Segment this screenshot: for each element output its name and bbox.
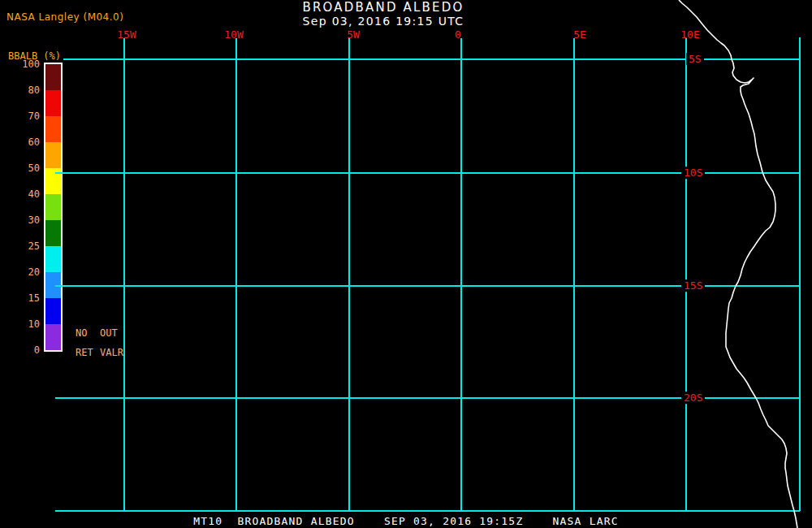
colorbar-tick-20: 20 xyxy=(0,266,40,278)
lon-label-5E: 5E xyxy=(573,28,586,41)
lat-label-5S: 5S xyxy=(686,53,704,65)
colorbar-tick-30: 30 xyxy=(0,214,40,226)
colorbar-tick-25: 25 xyxy=(0,240,40,252)
legend-text-no: NO xyxy=(76,327,87,339)
colorbar-tick-15: 15 xyxy=(0,292,40,304)
lat-label-15S: 15S xyxy=(681,279,705,292)
lon-label-5W: 5W xyxy=(347,28,360,41)
lat-label-20S: 20S xyxy=(681,392,705,404)
colorbar-tick-60: 60 xyxy=(0,136,40,148)
legend-text-valr: VALR xyxy=(100,347,123,358)
colorbar-tick-0: 0 xyxy=(0,344,40,356)
legend-text-ret: RET xyxy=(76,347,93,358)
africa-coastline xyxy=(679,0,797,528)
lon-label-15W: 15W xyxy=(117,28,136,41)
colorbar-tick-50: 50 xyxy=(0,162,40,174)
lon-label-10W: 10W xyxy=(224,28,243,41)
lon-label-10E: 10E xyxy=(680,28,699,41)
footer-caption: MT10 BROADBAND ALBEDO SEP 03, 2016 19:15… xyxy=(0,515,812,527)
lon-label-0: 0 xyxy=(455,28,461,41)
broadband-albedo-plot: NASA Langley (M04.0) BROADBAND ALBEDO Se… xyxy=(0,0,812,528)
colorbar-tick-100: 100 xyxy=(0,58,40,70)
colorbar-tick-70: 70 xyxy=(0,110,40,122)
legend-text-out: OUT xyxy=(100,327,118,339)
map-plot xyxy=(0,0,812,528)
colorbar-tick-80: 80 xyxy=(0,84,40,96)
colorbar-tick-40: 40 xyxy=(0,188,40,200)
colorbar-tick-10: 10 xyxy=(0,318,40,330)
lat-label-10S: 10S xyxy=(681,167,705,179)
